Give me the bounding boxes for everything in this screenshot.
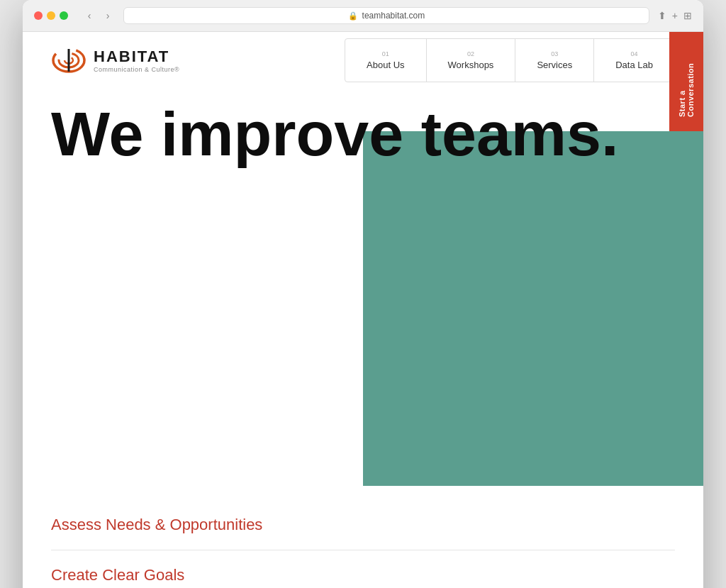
browser-window: ‹ › 🔒 teamhabitat.com ⬆ + ⊞ xyxy=(23,0,703,588)
nav-num-about: 01 xyxy=(367,50,404,57)
list-item-text-2: Create Clear Goals xyxy=(51,566,184,584)
logo-tagline: Communication & Culture® xyxy=(94,66,179,73)
nav-label-services: Services xyxy=(537,60,572,70)
list-item-1[interactable]: Assess Needs & Opportunities xyxy=(51,500,675,550)
nav-label-datalab: Data Lab xyxy=(615,60,653,70)
traffic-lights xyxy=(34,11,68,20)
hero-teal-bg xyxy=(363,131,703,486)
nav-num-datalab: 04 xyxy=(615,50,653,57)
close-button[interactable] xyxy=(34,11,43,20)
logo[interactable]: HABITAT Communication & Culture® xyxy=(51,46,179,74)
cta-button[interactable]: Start a Conversation xyxy=(669,32,703,131)
logo-icon xyxy=(51,46,86,74)
lock-icon: 🔒 xyxy=(348,11,358,21)
logo-name: HABITAT xyxy=(94,48,179,66)
address-bar[interactable]: 🔒 teamhabitat.com xyxy=(123,7,649,24)
hero-section: We improve teams. xyxy=(23,89,703,486)
nav-label-workshops: Workshops xyxy=(448,60,494,70)
list-section: Assess Needs & Opportunities Create Clea… xyxy=(23,486,703,588)
nav-label-about: About Us xyxy=(367,60,404,70)
minimize-button[interactable] xyxy=(47,11,55,20)
back-button[interactable]: ‹ xyxy=(82,9,96,23)
share-icon[interactable]: ⬆ xyxy=(658,10,666,21)
browser-actions: ⬆ + ⊞ xyxy=(658,10,692,21)
browser-chrome: ‹ › 🔒 teamhabitat.com ⬆ + ⊞ xyxy=(23,0,703,32)
maximize-button[interactable] xyxy=(60,11,68,20)
list-item-2[interactable]: Create Clear Goals xyxy=(51,550,675,588)
nav-num-workshops: 02 xyxy=(448,50,494,57)
main-nav: 01 About Us 02 Workshops 03 Services 04 … xyxy=(345,38,675,82)
nav-item-services[interactable]: 03 Services xyxy=(515,39,594,82)
hero-title: We improve teams. xyxy=(51,103,675,165)
new-tab-icon[interactable]: + xyxy=(672,10,678,21)
browser-nav: ‹ › xyxy=(82,9,115,23)
nav-num-services: 03 xyxy=(537,50,572,57)
forward-button[interactable]: › xyxy=(101,9,115,23)
url-text: teamhabitat.com xyxy=(362,11,425,21)
nav-item-workshops[interactable]: 02 Workshops xyxy=(427,39,516,82)
logo-text: HABITAT Communication & Culture® xyxy=(94,48,179,73)
list-item-text-1: Assess Needs & Opportunities xyxy=(51,516,262,533)
nav-item-about[interactable]: 01 About Us xyxy=(345,39,426,82)
site-header: HABITAT Communication & Culture® 01 Abou… xyxy=(23,32,703,89)
tabs-icon[interactable]: ⊞ xyxy=(683,10,692,21)
nav-item-datalab[interactable]: 04 Data Lab xyxy=(594,39,674,82)
page-content: HABITAT Communication & Culture® 01 Abou… xyxy=(23,32,703,588)
